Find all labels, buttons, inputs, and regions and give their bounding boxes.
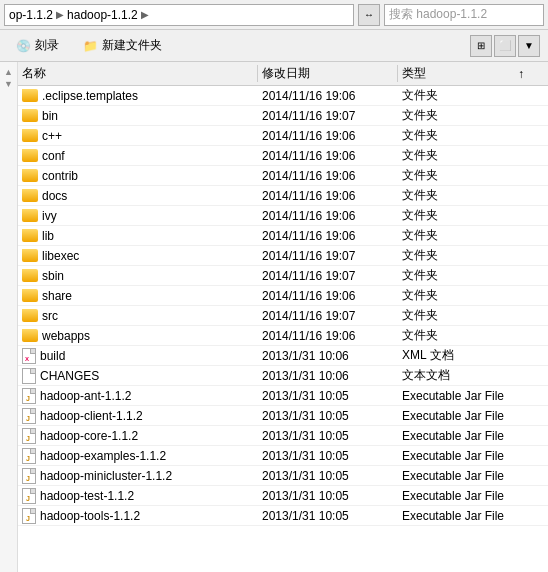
table-row[interactable]: hadoop-tools-1.1.2 2013/1/31 10:05 Execu… <box>18 506 548 526</box>
file-name-label: libexec <box>42 249 79 263</box>
file-name-label: .eclipse.templates <box>42 89 138 103</box>
address-bar: op-1.1.2 ▶ hadoop-1.1.2 ▶ ↔ 搜索 hadoop-1.… <box>0 0 548 30</box>
file-list-main[interactable]: 名称 修改日期 类型 ↑ .eclipse.templates 2014/11/… <box>18 62 548 572</box>
file-name-cell: .eclipse.templates <box>18 89 258 103</box>
file-name-cell: hadoop-ant-1.1.2 <box>18 388 258 404</box>
burn-button[interactable]: 💿 刻录 <box>8 33 67 59</box>
table-row[interactable]: bin 2014/11/16 19:07 文件夹 <box>18 106 548 126</box>
file-name-label: sbin <box>42 269 64 283</box>
new-folder-icon: 📁 <box>83 39 98 53</box>
new-folder-label: 新建文件夹 <box>102 37 162 54</box>
col-header-date[interactable]: 修改日期 <box>258 65 398 82</box>
jar-icon <box>22 508 36 524</box>
file-date-cell: 2014/11/16 19:06 <box>258 329 398 343</box>
table-row[interactable]: hadoop-client-1.1.2 2013/1/31 10:05 Exec… <box>18 406 548 426</box>
file-name-label: bin <box>42 109 58 123</box>
file-type-cell: Executable Jar File <box>398 489 518 503</box>
table-row[interactable]: contrib 2014/11/16 19:06 文件夹 <box>18 166 548 186</box>
file-name-cell: hadoop-examples-1.1.2 <box>18 448 258 464</box>
search-input[interactable]: 搜索 hadoop-1.1.2 <box>384 4 544 26</box>
file-date-cell: 2013/1/31 10:05 <box>258 429 398 443</box>
file-date-cell: 2014/11/16 19:07 <box>258 249 398 263</box>
file-date-cell: 2014/11/16 19:06 <box>258 129 398 143</box>
folder-icon <box>22 89 38 102</box>
view-grid-button[interactable]: ⊞ <box>470 35 492 57</box>
table-row[interactable]: hadoop-examples-1.1.2 2013/1/31 10:05 Ex… <box>18 446 548 466</box>
table-row[interactable]: c++ 2014/11/16 19:06 文件夹 <box>18 126 548 146</box>
table-row[interactable]: docs 2014/11/16 19:06 文件夹 <box>18 186 548 206</box>
nav-back-button[interactable]: ↔ <box>358 4 380 26</box>
file-type-cell: Executable Jar File <box>398 389 518 403</box>
table-row[interactable]: .eclipse.templates 2014/11/16 19:06 文件夹 <box>18 86 548 106</box>
file-name-label: docs <box>42 189 67 203</box>
file-name-cell: hadoop-client-1.1.2 <box>18 408 258 424</box>
file-type-cell: 文件夹 <box>398 147 518 164</box>
view-panel-button[interactable]: ⬜ <box>494 35 516 57</box>
file-date-cell: 2014/11/16 19:06 <box>258 89 398 103</box>
file-date-cell: 2013/1/31 10:05 <box>258 389 398 403</box>
col-header-name[interactable]: 名称 <box>18 65 258 82</box>
table-row[interactable]: build 2013/1/31 10:06 XML 文档 <box>18 346 548 366</box>
breadcrumb-segment-1[interactable]: hadoop-1.1.2 <box>67 8 138 22</box>
file-type-cell: 文件夹 <box>398 227 518 244</box>
file-name-cell: hadoop-test-1.1.2 <box>18 488 258 504</box>
file-name-cell: webapps <box>18 329 258 343</box>
file-date-cell: 2014/11/16 19:06 <box>258 149 398 163</box>
col-header-extra[interactable]: ↑ <box>518 67 538 81</box>
folder-icon <box>22 309 38 322</box>
table-row[interactable]: ivy 2014/11/16 19:06 文件夹 <box>18 206 548 226</box>
file-name-label: contrib <box>42 169 78 183</box>
column-header: 名称 修改日期 类型 ↑ <box>18 62 548 86</box>
breadcrumb[interactable]: op-1.1.2 ▶ hadoop-1.1.2 ▶ <box>4 4 354 26</box>
table-row[interactable]: sbin 2014/11/16 19:07 文件夹 <box>18 266 548 286</box>
file-name-cell: contrib <box>18 169 258 183</box>
table-row[interactable]: hadoop-core-1.1.2 2013/1/31 10:05 Execut… <box>18 426 548 446</box>
file-name-label: hadoop-minicluster-1.1.2 <box>40 469 172 483</box>
scroll-down-arrow[interactable]: ▼ <box>4 79 13 89</box>
table-row[interactable]: hadoop-minicluster-1.1.2 2013/1/31 10:05… <box>18 466 548 486</box>
breadcrumb-arrow-0: ▶ <box>56 9 64 20</box>
folder-icon <box>22 209 38 222</box>
folder-icon <box>22 229 38 242</box>
table-row[interactable]: hadoop-ant-1.1.2 2013/1/31 10:05 Executa… <box>18 386 548 406</box>
file-name-cell: sbin <box>18 269 258 283</box>
view-more-button[interactable]: ▼ <box>518 35 540 57</box>
file-name-label: src <box>42 309 58 323</box>
jar-icon <box>22 388 36 404</box>
table-row[interactable]: share 2014/11/16 19:06 文件夹 <box>18 286 548 306</box>
file-date-cell: 2014/11/16 19:07 <box>258 109 398 123</box>
breadcrumb-segment-0[interactable]: op-1.1.2 <box>9 8 53 22</box>
table-row[interactable]: libexec 2014/11/16 19:07 文件夹 <box>18 246 548 266</box>
table-row[interactable]: src 2014/11/16 19:07 文件夹 <box>18 306 548 326</box>
table-row[interactable]: lib 2014/11/16 19:06 文件夹 <box>18 226 548 246</box>
file-type-cell: 文本文档 <box>398 367 518 384</box>
file-type-cell: XML 文档 <box>398 347 518 364</box>
view-buttons: ⊞ ⬜ ▼ <box>470 35 540 57</box>
file-date-cell: 2013/1/31 10:06 <box>258 349 398 363</box>
file-name-label: conf <box>42 149 65 163</box>
file-name-label: ivy <box>42 209 57 223</box>
file-date-cell: 2013/1/31 10:05 <box>258 469 398 483</box>
file-date-cell: 2014/11/16 19:06 <box>258 289 398 303</box>
col-header-type[interactable]: 类型 <box>398 65 518 82</box>
file-type-cell: 文件夹 <box>398 307 518 324</box>
file-name-cell: hadoop-core-1.1.2 <box>18 428 258 444</box>
jar-icon <box>22 428 36 444</box>
file-name-cell: libexec <box>18 249 258 263</box>
file-name-cell: hadoop-minicluster-1.1.2 <box>18 468 258 484</box>
file-name-cell: bin <box>18 109 258 123</box>
file-type-cell: Executable Jar File <box>398 429 518 443</box>
table-row[interactable]: hadoop-test-1.1.2 2013/1/31 10:05 Execut… <box>18 486 548 506</box>
table-row[interactable]: conf 2014/11/16 19:06 文件夹 <box>18 146 548 166</box>
file-type-cell: Executable Jar File <box>398 509 518 523</box>
jar-icon <box>22 448 36 464</box>
xml-icon <box>22 348 36 364</box>
burn-label: 刻录 <box>35 37 59 54</box>
jar-icon <box>22 408 36 424</box>
breadcrumb-arrow-1: ▶ <box>141 9 149 20</box>
new-folder-button[interactable]: 📁 新建文件夹 <box>75 33 170 59</box>
file-type-cell: 文件夹 <box>398 207 518 224</box>
table-row[interactable]: CHANGES 2013/1/31 10:06 文本文档 <box>18 366 548 386</box>
scroll-up-arrow[interactable]: ▲ <box>4 67 13 77</box>
table-row[interactable]: webapps 2014/11/16 19:06 文件夹 <box>18 326 548 346</box>
